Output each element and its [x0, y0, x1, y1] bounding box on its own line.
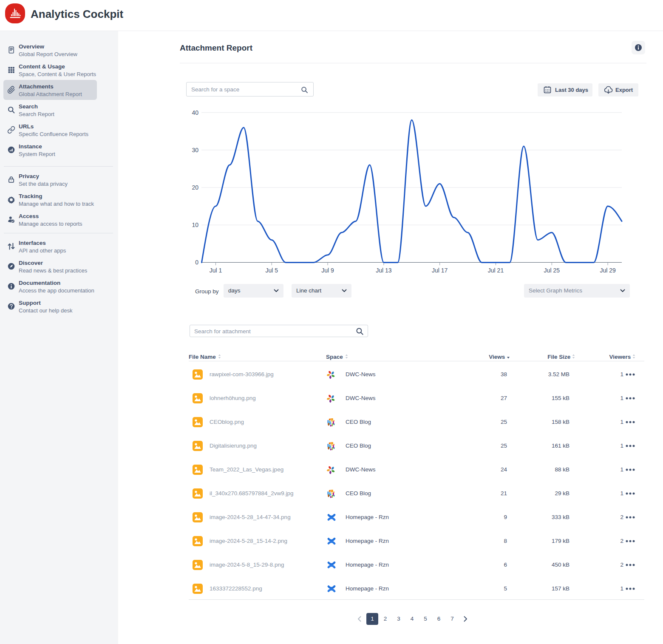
svg-text:Jul 29: Jul 29	[600, 267, 616, 274]
svg-text:40: 40	[192, 109, 198, 116]
svg-text:Jul 25: Jul 25	[544, 267, 560, 274]
svg-text:Jul 1: Jul 1	[210, 267, 222, 274]
svg-text:20: 20	[192, 184, 198, 191]
svg-text:Jul 9: Jul 9	[321, 267, 334, 274]
svg-text:30: 30	[192, 147, 198, 153]
svg-text:Jul 5: Jul 5	[265, 267, 278, 274]
svg-text:Jul 21: Jul 21	[488, 267, 504, 274]
svg-text:10: 10	[192, 221, 198, 228]
svg-text:Jul 13: Jul 13	[376, 267, 392, 274]
svg-text:Jul 17: Jul 17	[432, 267, 448, 274]
svg-text:0: 0	[195, 259, 198, 266]
